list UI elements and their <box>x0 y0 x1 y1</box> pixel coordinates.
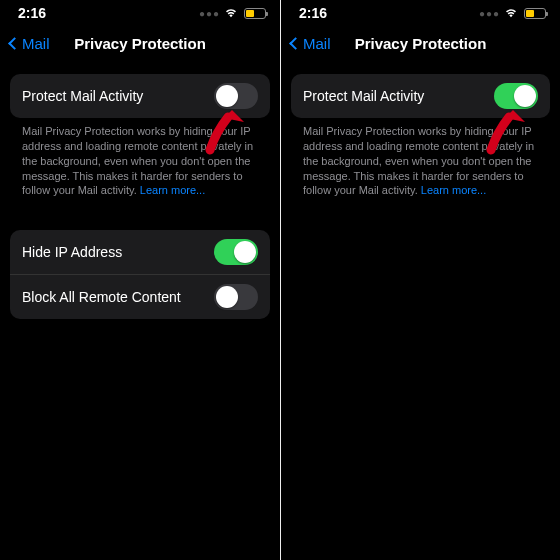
toggle-hide-ip[interactable] <box>214 239 258 265</box>
status-right: ●●● <box>199 8 266 19</box>
row-block-remote[interactable]: Block All Remote Content <box>10 274 270 319</box>
chevron-left-icon <box>8 37 21 50</box>
recording-dots-icon: ●●● <box>199 8 220 19</box>
recording-dots-icon: ●●● <box>479 8 500 19</box>
row-label: Protect Mail Activity <box>22 88 143 104</box>
nav-bar: Mail Privacy Protection <box>281 26 560 60</box>
screenshot-right: 2:16 ●●● Mail Privacy Protection Protect… <box>280 0 560 560</box>
wifi-icon <box>504 8 518 18</box>
back-label: Mail <box>22 35 50 52</box>
screenshot-left: 2:16 ●●● Mail Privacy Protection Protect… <box>0 0 280 560</box>
back-button[interactable]: Mail <box>10 35 50 52</box>
content: Protect Mail Activity Mail Privacy Prote… <box>0 60 280 319</box>
back-label: Mail <box>303 35 331 52</box>
status-right: ●●● <box>479 8 546 19</box>
chevron-left-icon <box>289 37 302 50</box>
row-label: Hide IP Address <box>22 244 122 260</box>
annotation-arrow-icon <box>198 106 248 156</box>
row-label: Block All Remote Content <box>22 289 181 305</box>
annotation-arrow-icon <box>479 106 529 156</box>
toggle-block-remote[interactable] <box>214 284 258 310</box>
status-bar: 2:16 ●●● <box>0 0 280 26</box>
learn-more-link[interactable]: Learn more... <box>140 184 205 196</box>
status-time: 2:16 <box>299 5 327 21</box>
status-time: 2:16 <box>18 5 46 21</box>
settings-group-options: Hide IP Address Block All Remote Content <box>10 230 270 319</box>
row-label: Protect Mail Activity <box>303 88 424 104</box>
back-button[interactable]: Mail <box>291 35 331 52</box>
row-hide-ip[interactable]: Hide IP Address <box>10 230 270 274</box>
battery-icon <box>524 8 546 19</box>
learn-more-link[interactable]: Learn more... <box>421 184 486 196</box>
wifi-icon <box>224 8 238 18</box>
battery-icon <box>244 8 266 19</box>
nav-bar: Mail Privacy Protection <box>0 26 280 60</box>
status-bar: 2:16 ●●● <box>281 0 560 26</box>
